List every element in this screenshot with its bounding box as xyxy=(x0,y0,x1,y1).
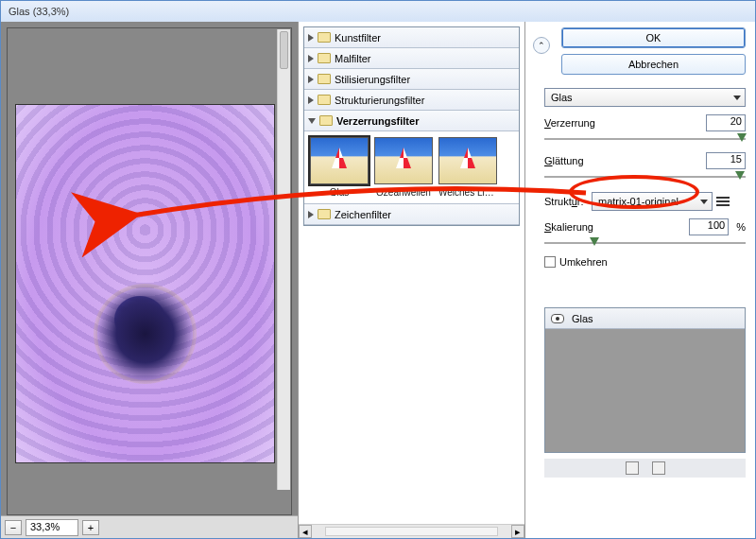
window-title-text: Glas (33,3%) xyxy=(9,6,69,17)
struktur-menu-button[interactable] xyxy=(716,197,730,206)
field-value: 100 xyxy=(708,219,725,231)
verzerrung-slider[interactable] xyxy=(544,133,746,145)
filter-thumb-glas[interactable]: Glas xyxy=(310,137,369,198)
layer-name: Glas xyxy=(572,313,593,324)
cancel-button[interactable]: Abbrechen xyxy=(561,54,746,75)
button-label: OK xyxy=(646,32,662,43)
thumb-label: Weiches Licht xyxy=(438,187,497,198)
delete-effect-layer-button[interactable] xyxy=(652,461,665,475)
preview-scrollbar-vertical[interactable] xyxy=(277,29,290,490)
category-label: Verzerrungsfilter xyxy=(336,115,419,127)
verzerrung-field[interactable]: 20 xyxy=(706,114,746,131)
filter-scrollbar-horizontal[interactable]: ◂ ▸ xyxy=(299,524,524,538)
folder-icon xyxy=(318,74,331,84)
ok-button[interactable]: OK xyxy=(561,27,746,48)
category-label: Stilisierungsfilter xyxy=(335,74,410,85)
filter-category-list: Kunstfilter Malfilter Stilisierungsfilte… xyxy=(303,26,520,226)
triangle-down-icon xyxy=(308,118,316,124)
triangle-right-icon xyxy=(308,96,314,104)
struktur-dropdown[interactable]: matrix-01-original xyxy=(592,192,713,211)
struktur-label: Struktur: xyxy=(544,196,588,207)
filter-category-kunstfilter[interactable]: Kunstfilter xyxy=(304,27,519,48)
dropdown-value: matrix-01-original xyxy=(598,196,679,207)
zoom-in-button[interactable]: + xyxy=(82,520,99,535)
category-label: Strukturierungsfilter xyxy=(335,95,424,106)
umkehren-checkbox[interactable] xyxy=(544,256,556,268)
chevron-up-icon: ⌃ xyxy=(538,41,545,50)
filter-category-zeichenfilter[interactable]: Zeichenfilter xyxy=(304,204,519,225)
zoom-out-button[interactable]: − xyxy=(5,520,22,535)
minus-icon: − xyxy=(10,522,16,533)
scroll-right-button[interactable]: ▸ xyxy=(511,525,524,538)
triangle-right-icon xyxy=(308,76,314,83)
folder-icon xyxy=(318,95,331,105)
skalierung-label: Skalierung xyxy=(544,221,681,233)
zoom-value: 33,3% xyxy=(30,521,60,532)
thumb-preview xyxy=(374,137,433,184)
glaettung-field[interactable]: 15 xyxy=(706,152,746,169)
effect-layer-row[interactable]: Glas xyxy=(545,308,745,329)
window-title: Glas (33,3%) xyxy=(1,1,755,22)
filter-gallery-panel: Kunstfilter Malfilter Stilisierungsfilte… xyxy=(299,22,525,538)
preview-panel: − 33,3% + xyxy=(1,22,299,538)
folder-icon xyxy=(318,53,331,63)
folder-icon xyxy=(319,115,333,126)
new-effect-layer-button[interactable] xyxy=(626,461,639,475)
effect-layers-box: Glas xyxy=(544,307,746,453)
skalierung-field[interactable]: 100 xyxy=(689,218,729,235)
thumb-preview xyxy=(438,137,497,184)
scroll-left-button[interactable]: ◂ xyxy=(299,525,312,538)
filter-thumbnails: Glas Ozeanwellen Weiches Licht xyxy=(304,131,519,204)
filter-dropdown[interactable]: Glas xyxy=(544,88,746,107)
folder-icon xyxy=(318,209,331,219)
thumb-preview xyxy=(310,137,369,184)
thumb-label: Glas xyxy=(310,187,369,198)
filter-thumb-ozeanwellen[interactable]: Ozeanwellen xyxy=(374,137,433,198)
preview-toolbar: − 33,3% + xyxy=(1,515,298,538)
zoom-field[interactable]: 33,3% xyxy=(26,519,78,536)
chevron-down-icon xyxy=(733,96,741,100)
folder-icon xyxy=(318,32,331,43)
field-value: 20 xyxy=(730,115,742,127)
dropdown-value: Glas xyxy=(551,92,573,103)
filter-thumb-weiches-licht[interactable]: Weiches Licht xyxy=(438,137,497,198)
triangle-right-icon xyxy=(308,34,314,42)
effect-layers-footer xyxy=(544,459,746,478)
chevron-down-icon xyxy=(700,200,708,204)
filter-category-malfilter[interactable]: Malfilter xyxy=(304,48,519,69)
filter-category-stilisierungsfilter[interactable]: Stilisierungsfilter xyxy=(304,69,519,90)
options-panel: ⌃ OK Abbrechen Glas Verzerrung 20 xyxy=(525,22,755,538)
glaettung-slider[interactable] xyxy=(544,171,746,183)
field-value: 15 xyxy=(730,153,742,165)
plus-icon: + xyxy=(88,522,94,533)
visibility-eye-icon[interactable] xyxy=(551,314,564,323)
category-label: Kunstfilter xyxy=(335,32,381,43)
glaettung-label: Glättung xyxy=(544,155,698,166)
umkehren-label: Umkehren xyxy=(559,256,608,268)
category-label: Zeichenfilter xyxy=(335,209,391,220)
skalierung-unit: % xyxy=(736,221,746,233)
verzerrung-label: Verzerrung xyxy=(544,117,698,129)
triangle-right-icon xyxy=(308,211,314,218)
filter-category-verzerrungsfilter[interactable]: Verzerrungsfilter xyxy=(304,111,519,131)
collapse-button[interactable]: ⌃ xyxy=(533,37,550,54)
skalierung-slider[interactable] xyxy=(544,237,746,249)
category-label: Malfilter xyxy=(335,53,371,64)
triangle-right-icon xyxy=(308,55,314,62)
preview-image xyxy=(15,104,275,463)
preview-canvas[interactable] xyxy=(7,27,292,515)
filter-category-strukturierungsfilter[interactable]: Strukturierungsfilter xyxy=(304,90,519,111)
thumb-label: Ozeanwellen xyxy=(374,187,433,198)
button-label: Abbrechen xyxy=(628,59,679,70)
